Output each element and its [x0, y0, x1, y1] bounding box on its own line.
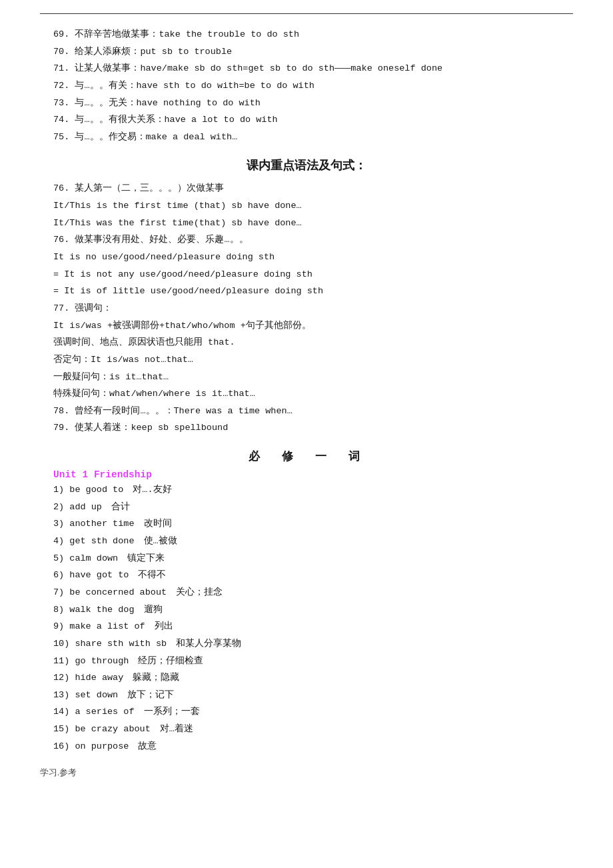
grammar-item: 76. 做某事没有用处、好处、必要、乐趣…。。 — [53, 231, 573, 249]
vocab-item: 11) go through 经历；仔细检查 — [53, 653, 573, 670]
phrase-item: 71. 让某人做某事：have/make sb do sth=get sb to… — [53, 60, 573, 77]
phrase-item: 74. 与…。。有很大关系：have a lot to do with — [53, 111, 573, 129]
grammar-item: 一般疑问句：is it…that… — [53, 369, 573, 386]
vocab-item: 6) have got to 不得不 — [53, 567, 573, 584]
vocab-item: 8) walk the dog 遛狗 — [53, 601, 573, 619]
footer-note: 学习.参考 — [40, 767, 573, 779]
grammar-item: 77. 强调句： — [53, 300, 573, 317]
grammar-title: 课内重点语法及句式： — [40, 157, 573, 173]
grammar-item: It is no use/good/need/pleasure doing st… — [53, 249, 573, 266]
vocab-item: 9) make a list of 列出 — [53, 618, 573, 635]
phrase-item: 70. 给某人添麻烦：put sb to trouble — [53, 43, 573, 61]
vocab-title: 必 修 一 词 — [40, 449, 573, 464]
vocab-item: 3) another time 改时间 — [53, 515, 573, 533]
vocab-list: 1) be good to 对….友好2) add up 合计3) anothe… — [53, 481, 573, 755]
grammar-item: 78. 曾经有一段时间…。。：There was a time when… — [53, 403, 573, 420]
grammar-item: = It is of little use/good/need/pleasure… — [53, 283, 573, 300]
grammar-item: 76. 某人第一（二，三。。。）次做某事 — [53, 180, 573, 197]
vocab-item: 15) be crazy about 对…着迷 — [53, 721, 573, 738]
phrase-item: 72. 与…。。有关：have sth to do with=be to do … — [53, 77, 573, 95]
grammar-item: It/This is the first time (that) sb have… — [53, 197, 573, 215]
grammar-item: = It is not any use/good/need/pleasure d… — [53, 266, 573, 283]
vocab-item: 2) add up 合计 — [53, 499, 573, 516]
vocab-item: 16) on purpose 故意 — [53, 738, 573, 755]
vocab-item: 10) share sth with sb 和某人分享某物 — [53, 635, 573, 653]
vocab-item: 12) hide away 躲藏；隐藏 — [53, 669, 573, 687]
vocab-item: 5) calm down 镇定下来 — [53, 550, 573, 567]
grammar-item: 强调时间、地点、原因状语也只能用 that. — [53, 334, 573, 351]
grammar-item: 特殊疑问句：what/when/where is it…that… — [53, 385, 573, 403]
phrases-section: 69. 不辞辛苦地做某事：take the trouble to do sth7… — [40, 26, 573, 145]
vocab-item: 4) get sth done 使…被做 — [53, 533, 573, 550]
phrase-item: 73. 与…。。无关：have nothing to do with — [53, 95, 573, 112]
vocab-item: 7) be concerned about 关心；挂念 — [53, 584, 573, 601]
grammar-section: 76. 某人第一（二，三。。。）次做某事It/This is the first… — [40, 180, 573, 437]
phrase-item: 69. 不辞辛苦地做某事：take the trouble to do sth — [53, 26, 573, 43]
vocab-item: 13) set down 放下；记下 — [53, 687, 573, 704]
grammar-item: 79. 使某人着迷：keep sb spellbound — [53, 419, 573, 437]
top-border — [40, 13, 573, 14]
vocab-item: 1) be good to 对….友好 — [53, 481, 573, 499]
vocab-item: 14) a series of 一系列；一套 — [53, 703, 573, 721]
phrase-item: 75. 与…。。作交易：make a deal with… — [53, 129, 573, 146]
grammar-item: 否定句：It is/was not…that… — [53, 351, 573, 369]
unit-title: Unit 1 Friendship — [53, 469, 573, 480]
grammar-item: It is/was +被强调部份+that/who/whom +句子其他部份。 — [53, 317, 573, 335]
grammar-item: It/This was the first time(that) sb have… — [53, 215, 573, 232]
